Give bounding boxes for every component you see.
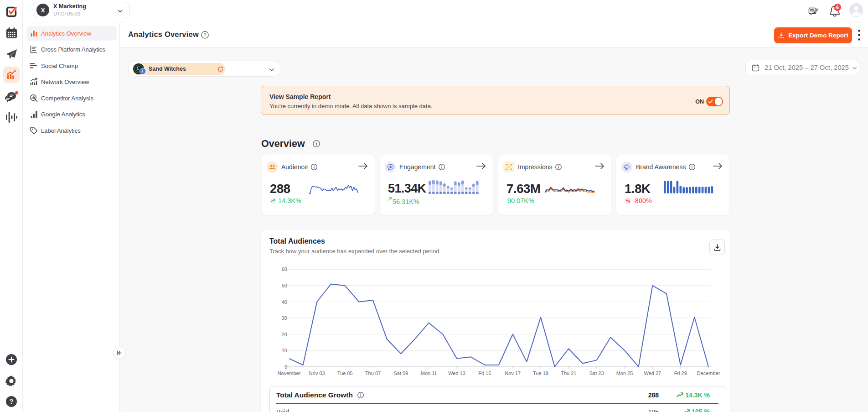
svg-text:Wed 27: Wed 27 — [644, 370, 661, 376]
svg-text:?: ? — [10, 398, 14, 405]
svg-text:40: 40 — [282, 299, 287, 305]
svg-text:30: 30 — [282, 315, 287, 321]
svg-text:10: 10 — [282, 348, 287, 353]
svg-text:Thu 07: Thu 07 — [365, 370, 381, 376]
svg-text:December: December — [697, 370, 720, 376]
svg-text:Mon 11: Mon 11 — [421, 370, 437, 376]
svg-text:0: 0 — [284, 364, 287, 370]
svg-text:?: ? — [204, 32, 207, 37]
svg-text:Sat 23: Sat 23 — [589, 370, 604, 376]
svg-text:Thu 21: Thu 21 — [561, 370, 576, 376]
svg-text:Mon 25: Mon 25 — [616, 370, 633, 376]
svg-text:Tue 05: Tue 05 — [337, 370, 353, 376]
svg-text:Fri 29: Fri 29 — [674, 370, 687, 376]
svg-text:60: 60 — [282, 266, 287, 272]
svg-text:Sat 09: Sat 09 — [393, 370, 408, 376]
svg-text:November: November — [278, 370, 301, 376]
svg-text:20: 20 — [282, 332, 287, 337]
svg-text:Nov 17: Nov 17 — [505, 370, 521, 376]
svg-text:50: 50 — [282, 283, 287, 288]
svg-text:Tue 19: Tue 19 — [533, 370, 548, 376]
svg-text:Wed 13: Wed 13 — [448, 370, 465, 376]
svg-text:Fri 15: Fri 15 — [478, 370, 491, 376]
svg-text:Nov 03: Nov 03 — [309, 370, 325, 376]
